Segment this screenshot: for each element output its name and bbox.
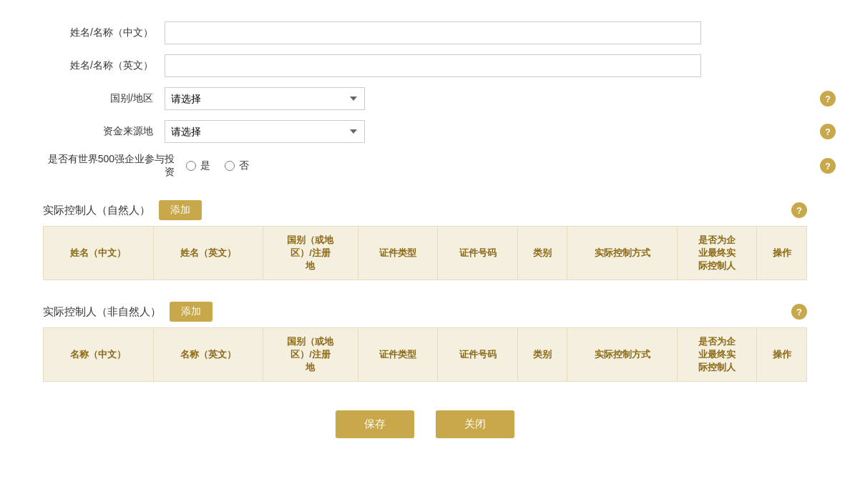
section2-table: 名称（中文） 名称（英文） 国别（或地区）/注册地 证件类型 证件号码 类别 实… bbox=[43, 327, 807, 382]
form-section: 姓名/名称（中文） 姓名/名称（英文） 国别/地区 请选择 ? 资金来源地 请选… bbox=[43, 21, 807, 179]
name-en-label: 姓名/名称（英文） bbox=[43, 59, 165, 72]
section2-table-wrapper: 名称（中文） 名称（英文） 国别（或地区）/注册地 证件类型 证件号码 类别 实… bbox=[43, 327, 807, 382]
col9-natural-action: 操作 bbox=[757, 227, 807, 280]
col9-nonnatural-action: 操作 bbox=[757, 328, 807, 382]
country-row: 国别/地区 请选择 ? bbox=[43, 87, 807, 110]
col1-nonnatural-cn: 名称（中文） bbox=[44, 328, 154, 382]
section2-wrapper: 实际控制人（非自然人） 添加 ? 名称（中文） 名称（英文） 国别（或地区）/注… bbox=[43, 295, 807, 382]
fund-source-help-icon[interactable]: ? bbox=[820, 124, 836, 139]
section1-title: 实际控制人（自然人） bbox=[43, 204, 150, 217]
fund-source-select[interactable]: 请选择 bbox=[165, 120, 365, 143]
country-label: 国别/地区 bbox=[43, 92, 165, 105]
col1-natural-cn: 姓名（中文） bbox=[44, 227, 154, 280]
col6-natural-category: 类别 bbox=[517, 227, 567, 280]
col8-natural-ultimate: 是否为企业最终实际控制人 bbox=[677, 227, 757, 280]
name-cn-label: 姓名/名称（中文） bbox=[43, 26, 165, 39]
section1-help-icon[interactable]: ? bbox=[791, 202, 807, 218]
radio-yes[interactable]: 是 bbox=[186, 159, 210, 172]
name-cn-input[interactable] bbox=[165, 21, 701, 44]
name-en-row: 姓名/名称（英文） bbox=[43, 54, 807, 77]
bottom-actions: 保存 关闭 bbox=[43, 410, 807, 438]
col5-nonnatural-cert-no: 证件号码 bbox=[438, 328, 518, 382]
close-button[interactable]: 关闭 bbox=[436, 410, 514, 438]
section1-table: 姓名（中文） 姓名（英文） 国别（或地区）/注册地 证件类型 证件号码 类别 实… bbox=[43, 226, 807, 280]
fortune500-row: 是否有世界500强企业参与投资 是 否 ? bbox=[43, 153, 807, 179]
col4-nonnatural-cert-type: 证件类型 bbox=[358, 328, 438, 382]
fortune500-help-icon[interactable]: ? bbox=[820, 158, 836, 174]
col7-natural-control-mode: 实际控制方式 bbox=[567, 227, 678, 280]
main-container: 姓名/名称（中文） 姓名/名称（英文） 国别/地区 请选择 ? 资金来源地 请选… bbox=[43, 21, 807, 453]
radio-no[interactable]: 否 bbox=[225, 159, 249, 172]
col4-natural-cert-type: 证件类型 bbox=[358, 227, 438, 280]
save-button[interactable]: 保存 bbox=[336, 410, 414, 438]
col8-nonnatural-ultimate: 是否为企业最终实际控制人 bbox=[677, 328, 757, 382]
col3-nonnatural-country: 国别（或地区）/注册地 bbox=[263, 328, 358, 382]
section1-add-button[interactable]: 添加 bbox=[159, 200, 202, 220]
section1-header: 实际控制人（自然人） 添加 ? bbox=[43, 193, 807, 226]
fortune500-radio-group: 是 否 bbox=[186, 159, 249, 172]
country-help-icon[interactable]: ? bbox=[820, 91, 836, 107]
fund-source-label: 资金来源地 bbox=[43, 125, 165, 138]
section2-title: 实际控制人（非自然人） bbox=[43, 305, 161, 319]
col3-natural-country: 国别（或地区）/注册地 bbox=[263, 227, 358, 280]
col7-nonnatural-control-mode: 实际控制方式 bbox=[567, 328, 678, 382]
name-cn-row: 姓名/名称（中文） bbox=[43, 21, 807, 44]
name-en-input[interactable] bbox=[165, 54, 701, 77]
radio-yes-label: 是 bbox=[200, 159, 210, 172]
section2-header: 实际控制人（非自然人） 添加 ? bbox=[43, 295, 807, 327]
col6-nonnatural-category: 类别 bbox=[517, 328, 567, 382]
radio-yes-input[interactable] bbox=[186, 161, 196, 171]
col2-natural-en: 姓名（英文） bbox=[153, 227, 263, 280]
section1-table-wrapper: 姓名（中文） 姓名（英文） 国别（或地区）/注册地 证件类型 证件号码 类别 实… bbox=[43, 226, 807, 280]
fortune500-label: 是否有世界500强企业参与投资 bbox=[43, 153, 186, 179]
radio-no-input[interactable] bbox=[225, 161, 235, 171]
col5-natural-cert-no: 证件号码 bbox=[438, 227, 518, 280]
section1-wrapper: 实际控制人（自然人） 添加 ? 姓名（中文） 姓名（英文） 国别（或地区）/注册… bbox=[43, 193, 807, 280]
col2-nonnatural-en: 名称（英文） bbox=[153, 328, 263, 382]
country-select[interactable]: 请选择 bbox=[165, 87, 365, 110]
fund-source-row: 资金来源地 请选择 ? bbox=[43, 120, 807, 143]
section2-header-row: 名称（中文） 名称（英文） 国别（或地区）/注册地 证件类型 证件号码 类别 实… bbox=[44, 328, 807, 382]
section2-help-icon[interactable]: ? bbox=[791, 304, 807, 320]
section2-add-button[interactable]: 添加 bbox=[170, 302, 212, 322]
section1-header-row: 姓名（中文） 姓名（英文） 国别（或地区）/注册地 证件类型 证件号码 类别 实… bbox=[44, 227, 807, 280]
radio-no-label: 否 bbox=[239, 159, 249, 172]
